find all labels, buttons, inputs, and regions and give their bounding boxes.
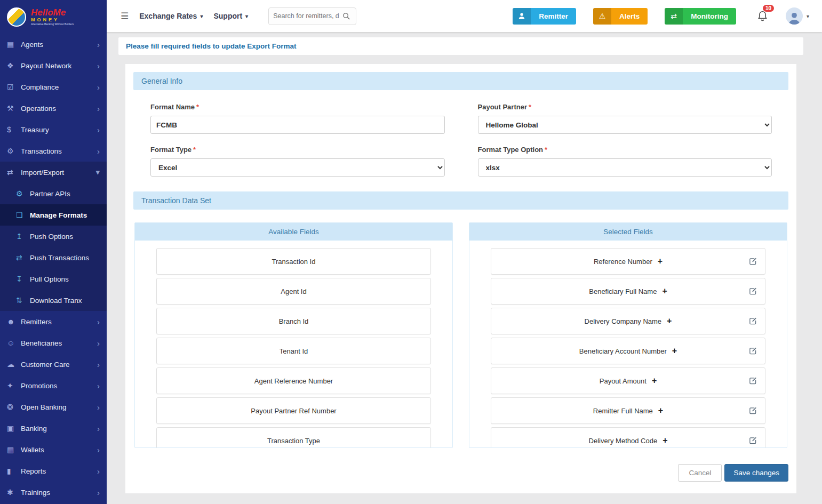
selected-field-item[interactable]: Reference Number + [491,248,765,275]
edit-icon[interactable] [749,317,757,325]
sidebar-item-open-banking[interactable]: ❂ Open Banking › [0,396,107,418]
sidebar-item-label: Agents [21,41,97,49]
sidebar: HelloMe MONEY Alternative Banking Withou… [0,0,107,504]
edit-icon[interactable] [749,407,757,415]
sidebar-item-customer-care[interactable]: ☁ Customer Care › [0,354,107,375]
edit-icon[interactable] [749,377,757,385]
transactions-icon: ⚙ [7,147,21,155]
edit-icon[interactable] [749,258,757,266]
sidebar-item-partner-apis[interactable]: ⚙ Partner APIs [0,183,107,204]
sidebar-item-trainings[interactable]: ✱ Trainings › [0,482,107,503]
menu-exchange-rates[interactable]: Exchange Rates ▾ [139,12,203,20]
save-changes-button[interactable]: Save changes [724,464,788,482]
treasury-icon: $ [7,125,21,134]
available-field-item[interactable]: Tenant Id [156,338,431,364]
notice-bar: Please fill required fields to update Ex… [118,37,803,55]
sidebar-item-wallets[interactable]: ▦ Wallets › [0,439,107,460]
sidebar-item-label: Compliance [21,83,97,91]
sidebar-item-reports[interactable]: ▮ Reports › [0,460,107,482]
brand-logo[interactable]: HelloMe MONEY Alternative Banking Withou… [0,0,107,34]
chevron-right-icon: › [97,360,100,369]
chevron-right-icon: › [97,83,100,92]
selected-field-item[interactable]: Delivery Method Code + [491,427,765,447]
alerts-button[interactable]: ⚠ Alerts [593,8,648,25]
cancel-button[interactable]: Cancel [678,464,722,482]
selected-fields-list[interactable]: Reference Number + Beneficiary Full Name… [469,241,787,447]
sidebar-item-beneficiaries[interactable]: ☺ Beneficiaries › [0,332,107,354]
sidebar-item-manage-formats[interactable]: ❏ Manage Formats [0,204,107,226]
sidebar-item-treasury[interactable]: $ Treasury › [0,119,107,140]
required-marker: * [196,103,199,111]
sidebar-item-push-options[interactable]: ↥ Push Options [0,226,107,247]
push-options-icon: ↥ [16,232,30,241]
import-export-icon: ⇄ [7,168,21,177]
available-field-item[interactable]: Agent Reference Number [156,367,431,394]
sidebar-item-import-export[interactable]: ⇄ Import/Export ▾ [0,162,107,183]
sidebar-item-agents[interactable]: ▤ Agents › [0,34,107,55]
hamburger-icon[interactable]: ☰ [121,11,129,22]
brand-name: HelloMe [31,8,74,18]
format-type-option-select[interactable]: xlsx [478,158,772,177]
sidebar-item-label: Treasury [21,126,97,134]
selected-field-item[interactable]: Remitter Full Name + [491,397,765,424]
edit-icon[interactable] [749,347,757,355]
compliance-icon: ☑ [7,83,21,91]
sidebar-item-banking[interactable]: ▣ Banking › [0,418,107,439]
search-box [268,7,356,25]
available-fields-panel: Available Fields Transaction Id Agent Id… [134,222,453,448]
notification-bell[interactable]: 10 [756,9,769,23]
chevron-right-icon: › [97,381,100,390]
user-icon [513,8,531,25]
edit-icon[interactable] [749,437,757,445]
sidebar-item-label: Push Options [30,233,100,241]
chevron-right-icon: › [97,424,100,433]
available-fields-title: Available Fields [135,223,452,241]
avatar-person-icon [787,11,801,25]
edit-icon[interactable] [749,287,757,295]
plus-icon[interactable]: + [652,377,657,385]
plus-icon[interactable]: + [667,317,672,325]
monitoring-button[interactable]: ⇄ Monitoring [665,8,736,25]
sidebar-item-download-tranx[interactable]: ⇅ Download Tranx [0,290,107,311]
payout-partner-field: Payout Partner* Hellome Global [478,103,772,134]
menu-support[interactable]: Support ▾ [213,12,248,20]
sidebar-item-operations[interactable]: ⚒ Operations › [0,98,107,119]
sidebar-item-remitters[interactable]: ☻ Remitters › [0,311,107,332]
plus-icon[interactable]: + [663,436,667,445]
search-button[interactable] [341,12,352,20]
field-label: Agent Reference Number [254,377,333,385]
agents-icon: ▤ [7,40,21,49]
format-name-input[interactable] [150,116,445,134]
remitter-button[interactable]: Remitter [513,8,576,25]
sidebar-item-label: Promotions [21,382,97,390]
download-tranx-icon: ⇅ [16,296,30,305]
selected-field-item[interactable]: Delivery Company Name + [491,308,765,334]
selected-field-item[interactable]: Beneficiary Account Number + [491,338,765,364]
sidebar-item-transactions[interactable]: ⚙ Transactions › [0,140,107,162]
sidebar-item-pull-options[interactable]: ↧ Pull Options [0,268,107,290]
available-field-item[interactable]: Agent Id [156,278,431,305]
user-avatar[interactable]: ▾ [786,7,809,25]
plus-icon[interactable]: + [662,287,667,295]
available-field-item[interactable]: Branch Id [156,308,431,334]
available-field-item[interactable]: Payout Partner Ref Number [156,397,431,424]
available-field-item[interactable]: Transaction Type [156,427,431,447]
selected-field-item[interactable]: Beneficiary Full Name + [491,278,765,305]
payout-partner-select[interactable]: Hellome Global [478,116,772,134]
sidebar-item-push-transactions[interactable]: ⇄ Push Transactions [0,247,107,268]
sidebar-item-compliance[interactable]: ☑ Compliance › [0,76,107,98]
plus-icon[interactable]: + [658,257,663,266]
sidebar-item-label: Open Banking [21,403,97,411]
search-input[interactable] [273,12,341,20]
format-type-select[interactable]: Excel [150,158,445,177]
selected-field-item[interactable]: Payout Amount + [491,367,765,394]
plus-icon[interactable]: + [672,347,677,355]
plus-icon[interactable]: + [658,406,663,415]
sidebar-item-payout-network[interactable]: ❖ Payout Network › [0,55,107,76]
available-field-item[interactable]: Transaction Id [156,248,431,275]
general-info-form: Format Name* Payout Partner* Hellome Glo… [133,90,788,191]
field-label: Tenant Id [280,347,308,355]
sidebar-item-promotions[interactable]: ✦ Promotions › [0,375,107,396]
format-type-label: Format Type* [150,146,445,154]
available-fields-list[interactable]: Transaction Id Agent Id Branch Id Tenant… [135,241,452,447]
